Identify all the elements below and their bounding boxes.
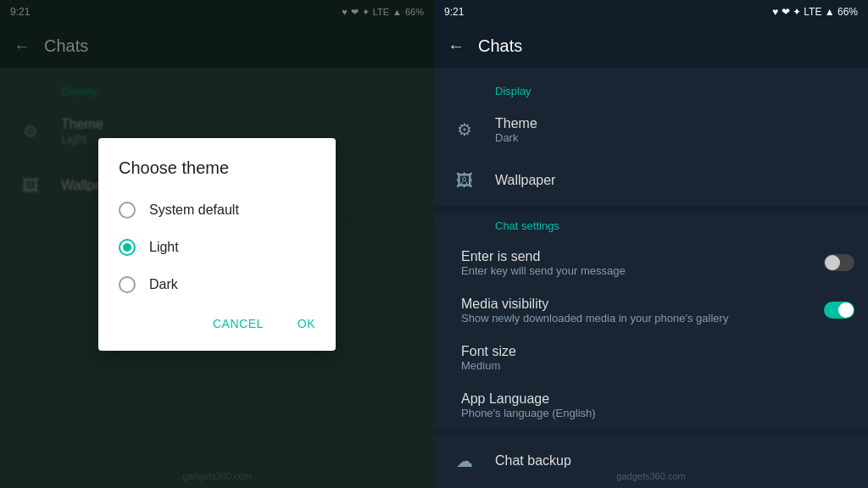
right-media-visibility-sublabel: Show newly downloaded media in your phon… (461, 312, 810, 324)
radio-dark (119, 276, 136, 293)
right-back-arrow[interactable]: ← (448, 36, 465, 56)
right-media-visibility-item[interactable]: Media visibility Show newly downloaded m… (434, 286, 868, 334)
right-font-size-sublabel: Medium (461, 359, 854, 372)
right-app-language-label: App Language (461, 391, 854, 407)
right-status-bar: 9:21 ♥ ❤ ✦ LTE ▲ 66% (434, 0, 868, 24)
radio-light (119, 239, 136, 256)
right-font-size-label: Font size (461, 344, 854, 359)
right-chat-settings-section: Chat settings (434, 213, 868, 239)
right-app-language-item[interactable]: App Language Phone's language (English) (434, 381, 868, 429)
radio-system-default (119, 202, 136, 219)
right-theme-icon: ⚙ (448, 113, 481, 147)
right-media-visibility-label: Media visibility (461, 297, 810, 312)
right-display-section: Display (434, 78, 868, 104)
right-theme-sublabel: Dark (495, 131, 854, 144)
right-app-language-sublabel: Phone's language (English) (461, 407, 854, 419)
chat-backup-icon: ☁ (448, 444, 481, 478)
choose-theme-dialog: Choose theme System default Light Dark C… (98, 138, 336, 351)
right-status-icons: ♥ ❤ ✦ LTE ▲ 66% (772, 6, 858, 18)
option-dark[interactable]: Dark (98, 266, 336, 303)
right-enter-is-send-sublabel: Enter key will send your message (461, 264, 810, 277)
right-watermark: gadgets360.com (616, 471, 685, 481)
option-system-default[interactable]: System default (98, 191, 336, 229)
media-visibility-toggle-thumb (838, 302, 854, 318)
right-section-divider2 (434, 429, 868, 435)
right-toolbar: ← Chats (434, 24, 868, 68)
right-battery-label: 66% (837, 6, 858, 18)
right-chat-backup-label: Chat backup (495, 453, 854, 469)
right-enter-is-send-label: Enter is send (461, 249, 810, 264)
right-font-size-item[interactable]: Font size Medium (434, 334, 868, 381)
right-theme-item[interactable]: ⚙ Theme Dark (434, 104, 868, 155)
right-section-divider (434, 206, 868, 213)
right-panel: 9:21 ♥ ❤ ✦ LTE ▲ 66% ← Chats Display ⚙ T… (434, 0, 868, 488)
right-wifi-icon: ❤ (782, 6, 790, 18)
ok-button[interactable]: OK (284, 310, 329, 337)
option-light-label: Light (149, 240, 179, 255)
right-settings-content: Display ⚙ Theme Dark 🖼 Wallpaper Chat se… (434, 68, 868, 488)
right-lte: LTE (804, 6, 821, 18)
right-heart-icon: ♥ (772, 6, 778, 18)
media-visibility-toggle[interactable] (824, 302, 854, 319)
right-wallpaper-item[interactable]: 🖼 Wallpaper (434, 155, 868, 206)
right-signal-icon: ▲ (825, 6, 835, 18)
enter-is-send-toggle-thumb (825, 255, 840, 270)
right-time: 9:21 (444, 6, 464, 18)
dialog-actions: CANCEL OK (98, 303, 336, 344)
right-enter-is-send-item[interactable]: Enter is send Enter key will send your m… (434, 239, 868, 286)
left-panel: 9:21 ♥ ❤ ✦ LTE ▲ 66% ← Chats Display ⚙ T… (0, 0, 434, 488)
option-system-default-label: System default (149, 202, 239, 218)
dialog-overlay: Choose theme System default Light Dark C… (0, 0, 434, 488)
option-dark-label: Dark (149, 277, 178, 292)
enter-is-send-toggle[interactable] (824, 254, 854, 271)
right-page-title: Chats (478, 36, 522, 56)
right-wallpaper-icon: 🖼 (448, 164, 481, 197)
cancel-button[interactable]: CANCEL (199, 310, 277, 337)
radio-light-fill (123, 243, 131, 252)
option-light[interactable]: Light (98, 229, 336, 266)
right-bluetooth-icon: ✦ (793, 6, 801, 18)
right-wallpaper-label: Wallpaper (495, 173, 854, 188)
dialog-title: Choose theme (98, 158, 336, 191)
right-theme-label: Theme (495, 116, 854, 131)
